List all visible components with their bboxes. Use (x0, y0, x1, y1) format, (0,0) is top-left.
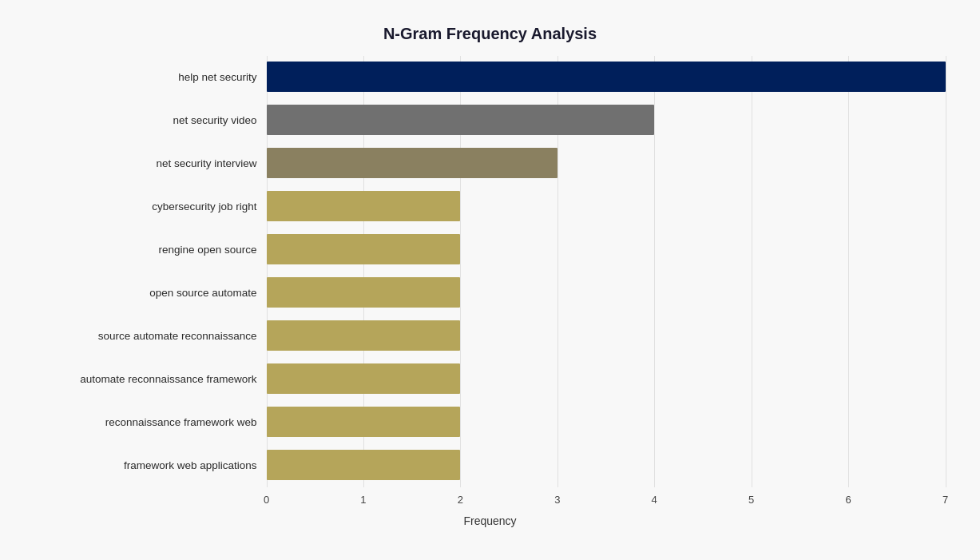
x-axis-tick-label: 5 (748, 494, 754, 506)
bar-fill (267, 363, 461, 394)
bar-row: automate reconnaissance framework (35, 358, 946, 399)
bar-label: help net security (35, 71, 267, 83)
x-axis-labels: 01234567 (267, 494, 946, 510)
bar-track (267, 320, 946, 351)
bar-track (267, 191, 946, 221)
bar-label: net security interview (35, 157, 267, 169)
chart-container: N-Gram Frequency Analysis help net secur… (19, 17, 962, 543)
bar-fill (267, 277, 461, 308)
chart-title: N-Gram Frequency Analysis (35, 25, 946, 43)
x-axis-title: Frequency (35, 514, 946, 527)
x-axis-tick-label: 6 (845, 494, 851, 506)
bar-label: cybersecurity job right (35, 201, 267, 212)
bar-row: net security interview (35, 142, 946, 184)
chart-area: help net securitynet security videonet s… (35, 56, 946, 487)
bar-label: automate reconnaissance framework (35, 373, 267, 385)
bar-row: reconnaissance framework web (35, 401, 946, 443)
bar-track (267, 105, 946, 135)
bar-row: rengine open source (35, 228, 946, 270)
bar-fill (267, 105, 655, 135)
bar-fill (267, 191, 461, 221)
bar-fill (267, 234, 461, 264)
bar-track (267, 363, 946, 394)
bar-fill (267, 320, 461, 351)
bar-track (267, 62, 946, 92)
bar-track (267, 450, 946, 480)
bar-fill (267, 62, 946, 92)
x-axis-tick-label: 2 (458, 494, 463, 506)
bar-row: help net security (35, 56, 946, 97)
bar-label: rengine open source (35, 244, 267, 256)
x-axis-tick-label: 1 (360, 494, 366, 506)
bar-row: cybersecurity job right (35, 185, 946, 227)
x-axis-tick-label: 4 (652, 494, 657, 506)
bar-row: framework web applications (35, 444, 946, 486)
bar-label: reconnaissance framework web (35, 416, 267, 428)
x-axis-tick-label: 7 (942, 494, 948, 506)
bar-track (267, 148, 946, 178)
bar-row: source automate reconnaissance (35, 315, 946, 356)
bar-label: source automate reconnaissance (35, 330, 267, 342)
bar-label: framework web applications (35, 459, 267, 471)
bar-track (267, 234, 946, 264)
bar-label: net security video (35, 114, 267, 126)
bar-track (267, 407, 946, 437)
bar-fill (267, 148, 557, 178)
bar-row: open source automate (35, 272, 946, 313)
bar-label: open source automate (35, 287, 267, 299)
x-axis-tick-label: 0 (264, 494, 269, 506)
bar-row: net security video (35, 99, 946, 141)
bar-fill (267, 450, 461, 480)
x-axis: 01234567 (35, 494, 946, 510)
bar-track (267, 277, 946, 308)
x-axis-tick-label: 3 (554, 494, 560, 506)
bar-fill (267, 407, 461, 437)
